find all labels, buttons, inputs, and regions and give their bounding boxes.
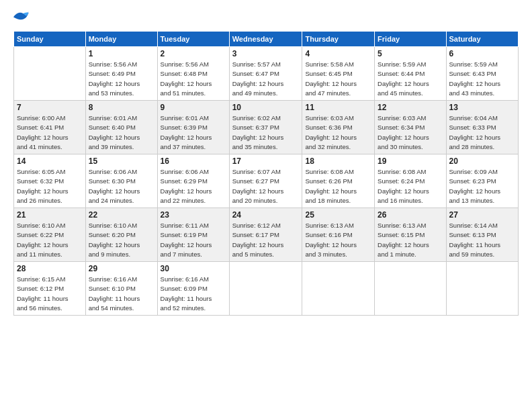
day-number: 24 xyxy=(232,210,300,220)
calendar-cell: 24Sunrise: 6:12 AM Sunset: 6:17 PM Dayli… xyxy=(229,208,302,262)
day-info: Sunrise: 5:58 AM Sunset: 6:45 PM Dayligh… xyxy=(305,60,371,98)
header xyxy=(13,11,519,24)
day-info: Sunrise: 6:13 AM Sunset: 6:15 PM Dayligh… xyxy=(378,221,443,259)
day-info: Sunrise: 6:08 AM Sunset: 6:24 PM Dayligh… xyxy=(378,167,443,205)
calendar-cell: 5Sunrise: 5:59 AM Sunset: 6:44 PM Daylig… xyxy=(375,47,446,101)
calendar-cell: 4Sunrise: 5:58 AM Sunset: 6:45 PM Daylig… xyxy=(302,47,375,101)
calendar-cell: 12Sunrise: 6:03 AM Sunset: 6:34 PM Dayli… xyxy=(375,101,446,154)
day-info: Sunrise: 5:56 AM Sunset: 6:48 PM Dayligh… xyxy=(161,60,226,98)
day-info: Sunrise: 6:05 AM Sunset: 6:32 PM Dayligh… xyxy=(17,167,83,205)
day-number: 9 xyxy=(161,103,226,112)
day-info: Sunrise: 5:59 AM Sunset: 6:43 PM Dayligh… xyxy=(449,60,515,98)
day-number: 21 xyxy=(17,210,83,220)
day-info: Sunrise: 6:13 AM Sunset: 6:16 PM Dayligh… xyxy=(305,221,371,259)
day-number: 20 xyxy=(449,156,515,166)
day-info: Sunrise: 6:07 AM Sunset: 6:27 PM Dayligh… xyxy=(232,167,300,205)
day-info: Sunrise: 6:14 AM Sunset: 6:13 PM Dayligh… xyxy=(449,221,515,259)
calendar-cell: 21Sunrise: 6:10 AM Sunset: 6:22 PM Dayli… xyxy=(14,208,86,262)
day-number: 15 xyxy=(89,156,154,166)
logo-icon xyxy=(13,11,30,24)
day-number: 11 xyxy=(305,103,371,112)
calendar-cell: 8Sunrise: 6:01 AM Sunset: 6:40 PM Daylig… xyxy=(85,101,157,154)
day-number: 5 xyxy=(378,49,443,58)
day-number: 14 xyxy=(17,156,83,166)
day-number: 3 xyxy=(232,49,300,58)
day-number: 7 xyxy=(17,103,83,112)
day-number: 2 xyxy=(161,49,226,58)
calendar-cell: 23Sunrise: 6:11 AM Sunset: 6:19 PM Dayli… xyxy=(157,208,229,262)
day-info: Sunrise: 6:03 AM Sunset: 6:34 PM Dayligh… xyxy=(378,113,443,152)
calendar-header-saturday: Saturday xyxy=(446,32,518,47)
day-number: 12 xyxy=(378,103,443,112)
day-info: Sunrise: 6:12 AM Sunset: 6:17 PM Dayligh… xyxy=(232,221,300,259)
calendar-cell xyxy=(375,262,446,316)
day-number: 30 xyxy=(161,264,226,273)
calendar-week-row: 14Sunrise: 6:05 AM Sunset: 6:32 PM Dayli… xyxy=(14,154,519,208)
calendar-cell: 11Sunrise: 6:03 AM Sunset: 6:36 PM Dayli… xyxy=(302,101,375,154)
calendar-cell: 9Sunrise: 6:01 AM Sunset: 6:39 PM Daylig… xyxy=(157,101,229,154)
day-number: 6 xyxy=(449,49,515,58)
calendar-cell: 14Sunrise: 6:05 AM Sunset: 6:32 PM Dayli… xyxy=(14,154,86,208)
day-number: 26 xyxy=(378,210,443,220)
calendar-table: SundayMondayTuesdayWednesdayThursdayFrid… xyxy=(13,31,519,316)
calendar-cell xyxy=(446,262,518,316)
calendar-cell xyxy=(229,262,302,316)
calendar-header-sunday: Sunday xyxy=(14,32,86,47)
day-number: 22 xyxy=(89,210,154,220)
day-info: Sunrise: 6:04 AM Sunset: 6:33 PM Dayligh… xyxy=(449,113,515,152)
day-info: Sunrise: 6:10 AM Sunset: 6:20 PM Dayligh… xyxy=(89,221,154,259)
day-number: 16 xyxy=(161,156,226,166)
day-info: Sunrise: 6:16 AM Sunset: 6:10 PM Dayligh… xyxy=(89,275,154,313)
day-info: Sunrise: 5:59 AM Sunset: 6:44 PM Dayligh… xyxy=(378,60,443,98)
day-number: 17 xyxy=(232,156,300,166)
calendar-cell: 28Sunrise: 6:15 AM Sunset: 6:12 PM Dayli… xyxy=(14,262,86,316)
calendar-cell: 22Sunrise: 6:10 AM Sunset: 6:20 PM Dayli… xyxy=(85,208,157,262)
calendar-cell xyxy=(302,262,375,316)
day-number: 1 xyxy=(89,49,154,58)
calendar-cell: 6Sunrise: 5:59 AM Sunset: 6:43 PM Daylig… xyxy=(446,47,518,101)
calendar-cell: 1Sunrise: 5:56 AM Sunset: 6:49 PM Daylig… xyxy=(85,47,157,101)
day-info: Sunrise: 6:06 AM Sunset: 6:30 PM Dayligh… xyxy=(89,167,154,205)
calendar-cell: 17Sunrise: 6:07 AM Sunset: 6:27 PM Dayli… xyxy=(229,154,302,208)
day-info: Sunrise: 6:11 AM Sunset: 6:19 PM Dayligh… xyxy=(161,221,226,259)
day-number: 28 xyxy=(17,264,83,273)
calendar-header-row: SundayMondayTuesdayWednesdayThursdayFrid… xyxy=(14,32,519,47)
calendar-cell: 7Sunrise: 6:00 AM Sunset: 6:41 PM Daylig… xyxy=(14,101,86,154)
calendar-cell: 3Sunrise: 5:57 AM Sunset: 6:47 PM Daylig… xyxy=(229,47,302,101)
calendar-header-thursday: Thursday xyxy=(302,32,375,47)
day-info: Sunrise: 6:06 AM Sunset: 6:29 PM Dayligh… xyxy=(161,167,226,205)
calendar-header-wednesday: Wednesday xyxy=(229,32,302,47)
calendar-cell: 2Sunrise: 5:56 AM Sunset: 6:48 PM Daylig… xyxy=(157,47,229,101)
day-number: 8 xyxy=(89,103,154,112)
day-info: Sunrise: 6:15 AM Sunset: 6:12 PM Dayligh… xyxy=(17,275,83,313)
day-number: 29 xyxy=(89,264,154,273)
calendar-cell: 30Sunrise: 6:16 AM Sunset: 6:09 PM Dayli… xyxy=(157,262,229,316)
calendar-cell xyxy=(14,47,86,101)
day-number: 13 xyxy=(449,103,515,112)
calendar-cell: 25Sunrise: 6:13 AM Sunset: 6:16 PM Dayli… xyxy=(302,208,375,262)
day-number: 18 xyxy=(305,156,371,166)
calendar-week-row: 21Sunrise: 6:10 AM Sunset: 6:22 PM Dayli… xyxy=(14,208,519,262)
day-info: Sunrise: 6:00 AM Sunset: 6:41 PM Dayligh… xyxy=(17,113,83,152)
day-info: Sunrise: 6:16 AM Sunset: 6:09 PM Dayligh… xyxy=(161,275,226,313)
day-number: 23 xyxy=(161,210,226,220)
calendar-week-row: 7Sunrise: 6:00 AM Sunset: 6:41 PM Daylig… xyxy=(14,101,519,154)
day-number: 10 xyxy=(232,103,300,112)
calendar-cell: 29Sunrise: 6:16 AM Sunset: 6:10 PM Dayli… xyxy=(85,262,157,316)
day-info: Sunrise: 6:01 AM Sunset: 6:39 PM Dayligh… xyxy=(161,113,226,152)
calendar-week-row: 28Sunrise: 6:15 AM Sunset: 6:12 PM Dayli… xyxy=(14,262,519,316)
day-info: Sunrise: 5:57 AM Sunset: 6:47 PM Dayligh… xyxy=(232,60,300,98)
calendar-cell: 19Sunrise: 6:08 AM Sunset: 6:24 PM Dayli… xyxy=(375,154,446,208)
calendar-cell: 26Sunrise: 6:13 AM Sunset: 6:15 PM Dayli… xyxy=(375,208,446,262)
calendar-cell: 15Sunrise: 6:06 AM Sunset: 6:30 PM Dayli… xyxy=(85,154,157,208)
day-info: Sunrise: 6:10 AM Sunset: 6:22 PM Dayligh… xyxy=(17,221,83,259)
day-info: Sunrise: 6:02 AM Sunset: 6:37 PM Dayligh… xyxy=(232,113,300,152)
calendar-cell: 16Sunrise: 6:06 AM Sunset: 6:29 PM Dayli… xyxy=(157,154,229,208)
day-info: Sunrise: 6:08 AM Sunset: 6:26 PM Dayligh… xyxy=(305,167,371,205)
calendar-header-monday: Monday xyxy=(85,32,157,47)
day-info: Sunrise: 6:03 AM Sunset: 6:36 PM Dayligh… xyxy=(305,113,371,152)
page: SundayMondayTuesdayWednesdayThursdayFrid… xyxy=(0,0,532,411)
calendar-header-tuesday: Tuesday xyxy=(157,32,229,47)
calendar-header-friday: Friday xyxy=(375,32,446,47)
day-info: Sunrise: 6:09 AM Sunset: 6:23 PM Dayligh… xyxy=(449,167,515,205)
